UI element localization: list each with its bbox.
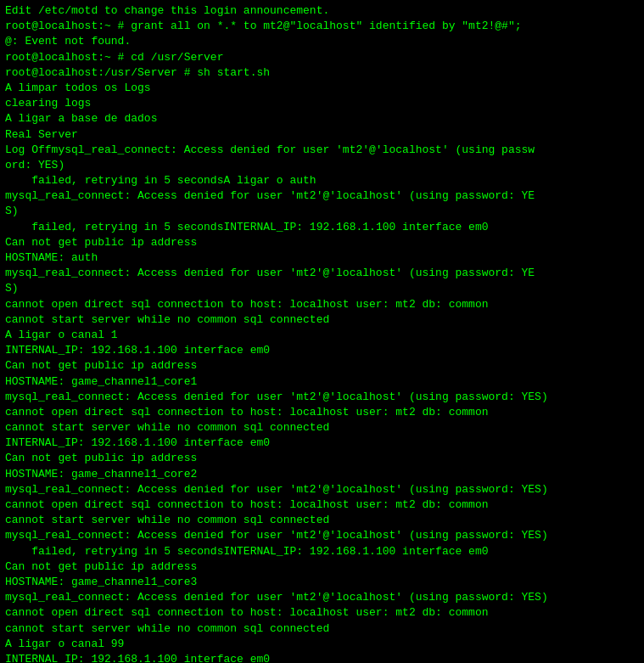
terminal-line: root@localhost:~ # grant all on *.* to m… (5, 19, 639, 34)
terminal-line: root@localhost:/usr/Server # sh start.sh (5, 65, 639, 81)
terminal-line: Can not get public ip address (5, 559, 639, 575)
terminal-line: cannot open direct sql connection to hos… (5, 297, 639, 312)
terminal-line: mysql_real_connect: Access denied for us… (5, 528, 639, 543)
terminal-line: S) (5, 281, 639, 296)
terminal-line: INTERNAL_IP: 192.168.1.100 interface em0 (5, 343, 639, 358)
terminal-line: cannot start server while no common sql … (5, 312, 639, 328)
terminal-line: ord: YES) (5, 158, 639, 173)
terminal-line: HOSTNAME: game_channel1_core1 (5, 374, 639, 390)
terminal-line: clearing logs (5, 96, 639, 111)
terminal-line: Can not get public ip address (5, 235, 639, 250)
terminal-line: cannot open direct sql connection to hos… (5, 497, 639, 513)
terminal-line: root@localhost:~ # cd /usr/Server (5, 50, 639, 65)
terminal-line: mysql_real_connect: Access denied for us… (5, 266, 639, 281)
terminal-line: mysql_real_connect: Access denied for us… (5, 390, 639, 405)
terminal-line: failed, retrying in 5 secondsINTERNAL_IP… (5, 220, 639, 235)
terminal-line: Edit /etc/motd to change this login anno… (5, 3, 639, 19)
terminal-line: Real Server (5, 127, 639, 143)
terminal-line: INTERNAL_IP: 192.168.1.100 interface em0 (5, 435, 639, 451)
terminal-line: mysql_real_connect: Access denied for us… (5, 188, 639, 204)
terminal-line: cannot open direct sql connection to hos… (5, 405, 639, 420)
terminal-line: A ligar o canal 99 (5, 637, 639, 652)
terminal-line: A ligar o canal 1 (5, 328, 639, 343)
terminal-line: cannot open direct sql connection to hos… (5, 605, 639, 621)
terminal-line: INTERNAL_IP: 192.168.1.100 interface em0 (5, 652, 639, 663)
terminal-line: HOSTNAME: auth (5, 250, 639, 266)
terminal-line: HOSTNAME: game_channel1_core3 (5, 575, 639, 590)
terminal-line: Can not get public ip address (5, 358, 639, 374)
terminal-line: Log Offmysql_real_connect: Access denied… (5, 143, 639, 158)
terminal-line: cannot start server while no common sql … (5, 513, 639, 528)
terminal-line: Can not get public ip address (5, 451, 639, 466)
terminal-line: HOSTNAME: game_channel1_core2 (5, 467, 639, 482)
terminal-line: failed, retrying in 5 secondsA ligar o a… (5, 173, 639, 188)
terminal-line: A ligar a base de dados (5, 111, 639, 126)
terminal-line: mysql_real_connect: Access denied for us… (5, 590, 639, 605)
terminal-line: failed, retrying in 5 secondsINTERNAL_IP… (5, 544, 639, 559)
terminal-line: cannot start server while no common sql … (5, 420, 639, 435)
terminal-line: A limpar todos os Logs (5, 81, 639, 96)
terminal-line: @: Event not found. (5, 34, 639, 49)
terminal-line: S) (5, 204, 639, 219)
terminal-line: cannot start server while no common sql … (5, 621, 639, 637)
terminal-line: mysql_real_connect: Access denied for us… (5, 482, 639, 497)
terminal-output: Edit /etc/motd to change this login anno… (0, 0, 644, 663)
